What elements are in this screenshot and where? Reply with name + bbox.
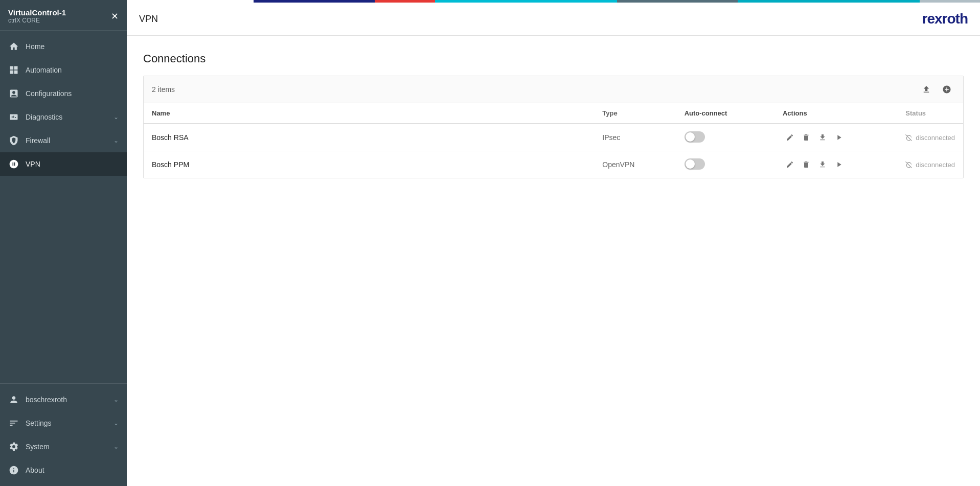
sidebar-item-user[interactable]: boschrexroth ⌄ bbox=[0, 388, 127, 411]
sidebar-item-home[interactable]: Home bbox=[0, 35, 127, 58]
bar-segment-2 bbox=[375, 0, 435, 3]
row2-actions bbox=[774, 151, 897, 178]
sidebar-item-diagnostics[interactable]: Diagnostics ⌄ bbox=[0, 105, 127, 129]
sidebar-item-vpn-label: VPN bbox=[26, 160, 119, 168]
col-autoconnect: Auto-connect bbox=[676, 103, 774, 124]
automation-icon bbox=[8, 64, 19, 76]
sidebar-item-firewall-label: Firewall bbox=[26, 136, 113, 145]
configurations-icon bbox=[8, 88, 19, 99]
settings-icon bbox=[8, 418, 19, 429]
bar-segment-1 bbox=[254, 0, 375, 3]
bar-segment-5 bbox=[738, 0, 919, 3]
row2-toggle[interactable] bbox=[685, 158, 705, 170]
row1-name: Bosch RSA bbox=[144, 124, 594, 151]
table-count: 2 items bbox=[152, 85, 175, 94]
table-header-row: Name Type Auto-connect Actions Status bbox=[144, 103, 963, 124]
page-body: Connections 2 items bbox=[127, 36, 980, 486]
chevron-down-icon: ⌄ bbox=[113, 420, 119, 427]
row2-autoconnect bbox=[676, 151, 774, 178]
chevron-down-icon: ⌄ bbox=[113, 137, 119, 144]
row1-delete-button[interactable] bbox=[799, 130, 813, 145]
sidebar-item-automation[interactable]: Automation bbox=[0, 58, 127, 82]
chevron-down-icon: ⌄ bbox=[113, 396, 119, 403]
app-subtitle: ctrlX CORE bbox=[8, 17, 66, 24]
sidebar-item-system[interactable]: System ⌄ bbox=[0, 435, 127, 458]
table-row: Bosch PPM OpenVPN bbox=[144, 151, 963, 178]
table-row: Bosch RSA IPsec bbox=[144, 124, 963, 151]
bar-segment-3 bbox=[435, 0, 617, 3]
close-button[interactable]: ✕ bbox=[111, 11, 119, 22]
bar-segment-4 bbox=[617, 0, 738, 3]
table-toolbar: 2 items bbox=[144, 76, 963, 103]
bar-segment-6 bbox=[920, 0, 980, 3]
row2-download-button[interactable] bbox=[815, 157, 830, 172]
col-actions: Actions bbox=[774, 103, 897, 124]
chevron-down-icon: ⌄ bbox=[113, 113, 119, 121]
row2-delete-button[interactable] bbox=[799, 157, 813, 172]
sidebar: VirtualControl-1 ctrlX CORE ✕ Home Autom… bbox=[0, 0, 127, 486]
sidebar-item-configurations-label: Configurations bbox=[26, 89, 119, 98]
sidebar-nav: Home Automation Configurations bbox=[0, 31, 127, 383]
sidebar-item-home-label: Home bbox=[26, 42, 119, 51]
sidebar-item-system-label: System bbox=[26, 443, 113, 451]
connections-table-wrapper: 2 items bbox=[143, 76, 964, 178]
brand-logo: rexroth bbox=[922, 11, 968, 27]
about-icon bbox=[8, 465, 19, 476]
sidebar-item-settings-label: Settings bbox=[26, 419, 113, 427]
sidebar-item-about[interactable]: About bbox=[0, 458, 127, 482]
sidebar-item-settings[interactable]: Settings ⌄ bbox=[0, 411, 127, 435]
sidebar-item-configurations[interactable]: Configurations bbox=[0, 82, 127, 105]
col-type: Type bbox=[594, 103, 676, 124]
chevron-down-icon: ⌄ bbox=[113, 443, 119, 450]
add-button[interactable] bbox=[939, 81, 955, 98]
vpn-icon bbox=[8, 158, 19, 170]
row1-status-text: disconnected bbox=[916, 134, 955, 142]
table-actions bbox=[918, 81, 955, 98]
top-color-bar bbox=[254, 0, 980, 3]
disconnected-icon bbox=[905, 161, 913, 168]
upload-button[interactable] bbox=[918, 81, 935, 98]
row2-edit-button[interactable] bbox=[783, 157, 797, 172]
row1-type: IPsec bbox=[594, 124, 676, 151]
page-title: VPN bbox=[139, 14, 158, 25]
home-icon bbox=[8, 41, 19, 52]
system-icon bbox=[8, 441, 19, 452]
sidebar-item-firewall[interactable]: Firewall ⌄ bbox=[0, 129, 127, 152]
sidebar-item-about-label: About bbox=[26, 466, 119, 474]
row1-actions bbox=[774, 124, 897, 151]
user-icon bbox=[8, 394, 19, 405]
page-header: VPN rexroth bbox=[127, 3, 980, 36]
row1-status: disconnected bbox=[897, 124, 963, 151]
disconnected-icon bbox=[905, 134, 913, 141]
row1-edit-button[interactable] bbox=[783, 130, 797, 145]
col-name: Name bbox=[144, 103, 594, 124]
sidebar-item-diagnostics-label: Diagnostics bbox=[26, 113, 113, 121]
row2-name: Bosch PPM bbox=[144, 151, 594, 178]
section-title: Connections bbox=[143, 52, 964, 65]
app-title: VirtualControl-1 bbox=[8, 8, 66, 17]
row2-status-text: disconnected bbox=[916, 161, 955, 169]
row1-autoconnect bbox=[676, 124, 774, 151]
connections-table: Name Type Auto-connect Actions Status Bo… bbox=[144, 103, 963, 178]
main-content: VPN rexroth Connections 2 items bbox=[127, 0, 980, 486]
firewall-icon bbox=[8, 135, 19, 146]
diagnostics-icon bbox=[8, 111, 19, 123]
sidebar-bottom: boschrexroth ⌄ Settings ⌄ System ⌄ bbox=[0, 383, 127, 486]
sidebar-item-user-label: boschrexroth bbox=[26, 396, 113, 404]
row1-download-button[interactable] bbox=[815, 130, 830, 145]
col-status: Status bbox=[897, 103, 963, 124]
row2-status: disconnected bbox=[897, 151, 963, 178]
sidebar-header: VirtualControl-1 ctrlX CORE ✕ bbox=[0, 0, 127, 31]
sidebar-item-vpn[interactable]: VPN bbox=[0, 152, 127, 176]
row1-toggle[interactable] bbox=[685, 131, 705, 143]
row2-connect-button[interactable] bbox=[832, 157, 846, 172]
row2-type: OpenVPN bbox=[594, 151, 676, 178]
row1-connect-button[interactable] bbox=[832, 130, 846, 145]
sidebar-item-automation-label: Automation bbox=[26, 66, 119, 74]
